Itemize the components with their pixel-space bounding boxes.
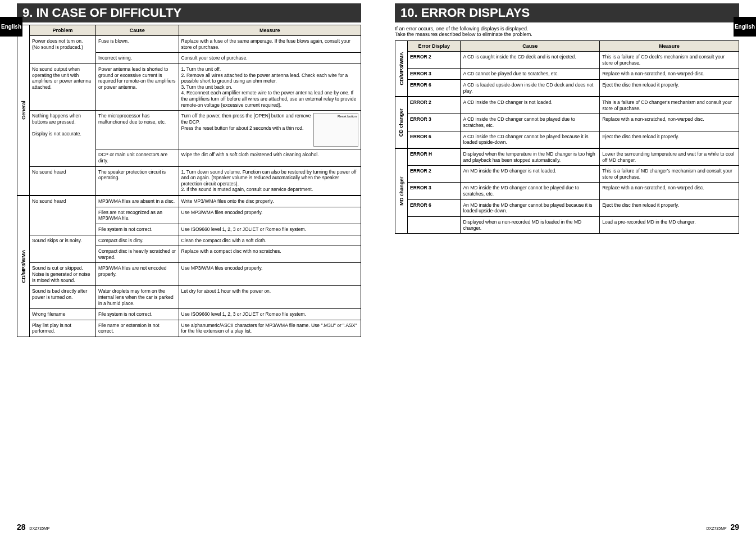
error-table: ERROR 2A CD inside the CD changer is not…	[407, 97, 739, 148]
cause-cell: A CD cannot be played due to scratches, …	[461, 69, 600, 80]
problem-cell: Sound is cut or skipped. Noise is genera…	[30, 263, 96, 286]
table-row: ERROR 2A CD inside the CD changer is not…	[408, 97, 739, 114]
measure-cell: Let dry for about 1 hour with the power …	[179, 286, 361, 309]
error-table-container: CD/MP3/WMAError DisplayCauseMeasureERROR…	[395, 40, 739, 234]
group-label: CD/MP3/WMA	[17, 196, 29, 337]
model-code-left: DXZ735MP	[29, 526, 49, 530]
problem-cell: Wrong filename	[30, 309, 96, 320]
cause-cell: Compact disc is dirty.	[96, 235, 179, 246]
measure-cell: Consult your store of purchase.	[179, 53, 361, 64]
problem-cell: No sound heard	[30, 166, 96, 196]
table-group: CD/MP3/WMAError DisplayCauseMeasureERROR…	[395, 40, 739, 97]
intro-text: If an error occurs, one of the following…	[395, 26, 739, 37]
model-code-right: DXZ735MP	[706, 526, 726, 530]
measure-cell: Clean the compact disc with a soft cloth…	[179, 235, 361, 246]
group-label-text: CD/MP3/WMA	[21, 250, 26, 283]
trouble-table: No sound heardMP3/WMA files are absent i…	[29, 196, 361, 337]
measure-cell: Wipe the dirt off with a soft cloth mois…	[179, 149, 361, 166]
footer-left: 28 DXZ735MP	[17, 523, 52, 532]
measure-text: Use ISO9660 level 1, 2, 3 or JOLIET or R…	[181, 311, 306, 317]
error-code-cell: ERROR 6	[408, 199, 461, 216]
error-code-cell: ERROR 6	[408, 79, 461, 96]
error-code-cell: ERROR 2	[408, 97, 461, 114]
cause-cell: DCP or main unit connectors are dirty.	[96, 149, 179, 166]
problem-cell: No sound output when operating the unit …	[30, 63, 96, 110]
left-page: English 9. IN CASE OF DIFFICULTY General…	[0, 0, 378, 536]
cause-cell: A CD inside the CD changer cannot be pla…	[461, 131, 600, 148]
measure-text: Replace with a fuse of the same amperage…	[181, 38, 350, 50]
measure-text: Use MP3/WMA files encoded properly.	[181, 210, 263, 215]
problem-cell: Nothing happens when buttons are pressed…	[30, 111, 96, 166]
error-code-cell: ERROR 6	[408, 131, 461, 148]
col-header: Error Display	[408, 41, 461, 52]
col-header: Measure	[179, 25, 361, 36]
section-title-left: 9. IN CASE OF DIFFICULTY	[17, 3, 361, 22]
table-group: MD changerERROR HDisplayed when the temp…	[395, 148, 739, 234]
measure-text: 1. Turn the unit off. 2. Remove all wire…	[181, 66, 357, 108]
problem-cell: Sound skips or is noisy.	[30, 235, 96, 263]
error-table: ERROR HDisplayed when the temperature in…	[407, 148, 739, 234]
measure-cell: Eject the disc then reload it properly.	[600, 199, 739, 216]
cause-cell: Power antenna lead is shorted to ground …	[96, 63, 179, 110]
table-group: CD changerERROR 2A CD inside the CD chan…	[395, 97, 739, 148]
measure-cell: Use MP3/WMA files encoded properly.	[179, 207, 361, 224]
measure-text: Clean the compact disc with a soft cloth…	[181, 238, 267, 243]
measure-text: Let dry for about 1 hour with the power …	[181, 288, 271, 294]
measure-text: 1. Turn down sound volume. Function can …	[181, 169, 357, 193]
measure-cell: Eject the disc then reload it properly.	[600, 79, 739, 96]
measure-cell: Load a pre-recorded MD in the MD changer…	[600, 216, 739, 233]
measure-cell: Eject the disc then reload it properly.	[600, 131, 739, 148]
measure-cell: Replace with a non-scratched, non-warped…	[600, 114, 739, 131]
table-group: GeneralProblemCauseMeasurePower does not…	[17, 25, 361, 196]
error-code-cell: ERROR H	[408, 148, 461, 165]
table-row: No sound output when operating the unit …	[30, 63, 361, 110]
cause-cell: MP3/WMA files are absent in a disc.	[96, 196, 179, 207]
measure-cell: Reset buttonTurn off the power, then pre…	[179, 111, 361, 149]
measure-text: Use ISO9660 level 1, 2, 3 or JOLIET or R…	[181, 226, 306, 232]
cause-cell: File system is not correct.	[96, 224, 179, 235]
cause-cell: File system is not correct.	[96, 309, 179, 320]
problem-cell: No sound heard	[30, 196, 96, 235]
trouble-table: ProblemCauseMeasurePower does not turn o…	[29, 25, 361, 196]
right-page: English 10. ERROR DISPLAYS If an error o…	[378, 0, 756, 536]
table-row: Wrong filenameFile system is not correct…	[30, 309, 361, 320]
cause-cell: An MD inside the MD changer cannot be pl…	[461, 199, 600, 216]
error-code-cell: ERROR 2	[408, 52, 461, 69]
trouble-table-container: GeneralProblemCauseMeasurePower does not…	[17, 25, 361, 337]
footer-right: DXZ735MP 29	[704, 523, 739, 532]
table-row: No sound heardThe speaker protection cir…	[30, 166, 361, 196]
measure-cell: This is a failure of CD changer's mechan…	[600, 97, 739, 114]
cause-cell: The speaker protection circuit is operat…	[96, 166, 179, 196]
error-code-cell	[408, 216, 461, 233]
measure-cell: This is a failure of MD changer's mechan…	[600, 166, 739, 183]
measure-cell: Use MP3/WMA files encoded properly.	[179, 263, 361, 286]
col-header: Measure	[600, 41, 739, 52]
table-row: Sound skips or is noisy.Compact disc is …	[30, 235, 361, 246]
measure-cell: 1. Turn down sound volume. Function can …	[179, 166, 361, 196]
table-row: ERROR 3A CD cannot be played due to scra…	[408, 69, 739, 80]
page-number-right: 29	[730, 523, 739, 532]
measure-cell: Use ISO9660 level 1, 2, 3 or JOLIET or R…	[179, 224, 361, 235]
error-code-cell: ERROR 3	[408, 183, 461, 199]
problem-cell: Sound is bad directly after power is tur…	[30, 286, 96, 309]
table-row: ERROR 2An MD inside the MD changer is no…	[408, 166, 739, 183]
cause-cell: A CD is caught inside the CD deck and is…	[461, 52, 600, 69]
col-header: Cause	[461, 41, 600, 52]
error-code-cell: ERROR 2	[408, 166, 461, 183]
cause-cell: The microprocessor has malfunctioned due…	[96, 111, 179, 149]
table-row: ERROR 6A CD is loaded upside-down inside…	[408, 79, 739, 96]
measure-text: Write MP3/WMA files onto the disc proper…	[181, 198, 274, 204]
language-tab-label: English	[735, 24, 755, 30]
table-row: Nothing happens when buttons are pressed…	[30, 111, 361, 149]
error-code-cell: ERROR 3	[408, 69, 461, 80]
page-spread: English 9. IN CASE OF DIFFICULTY General…	[0, 0, 756, 536]
group-label: General	[17, 25, 29, 196]
table-row: ERROR 6An MD inside the MD changer canno…	[408, 199, 739, 216]
language-tab-right: English	[734, 17, 756, 37]
table-row: ERROR 2A CD is caught inside the CD deck…	[408, 52, 739, 69]
measure-cell: Replace with a fuse of the same amperage…	[179, 36, 361, 53]
col-header: Cause	[96, 25, 179, 36]
group-label: CD/MP3/WMA	[395, 40, 407, 97]
cause-cell: MP3/WMA files are not encoded properly.	[96, 263, 179, 286]
group-label-text: CD/MP3/WMA	[399, 52, 404, 85]
